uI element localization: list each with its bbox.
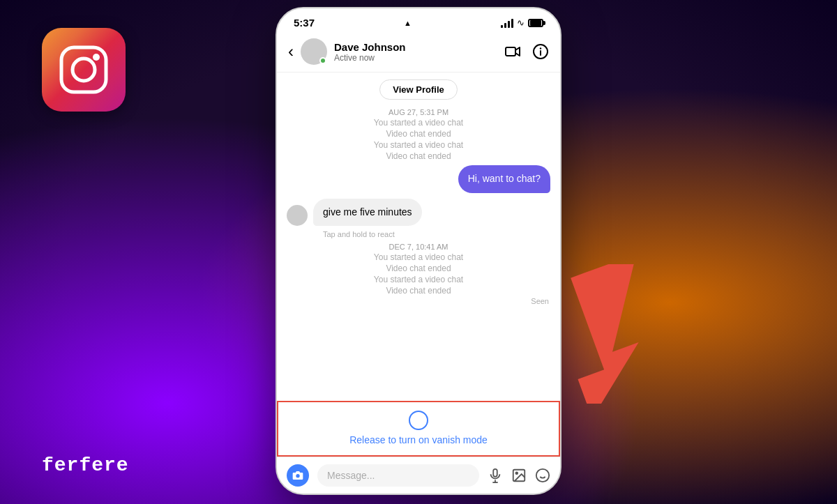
seen-status: Seen	[277, 297, 560, 305]
emoji-icon[interactable]	[535, 468, 550, 483]
instagram-logo	[42, 28, 126, 112]
status-time: 5:37	[294, 17, 315, 29]
bubble-sent-1: Hi, want to chat?	[458, 165, 550, 193]
video-call-icon[interactable]	[504, 43, 521, 60]
camera-button[interactable]	[287, 464, 309, 487]
contact-avatar	[301, 38, 327, 65]
message-input[interactable]: Message...	[317, 464, 479, 487]
red-arrow	[551, 264, 691, 406]
timestamp-aug27: AUG 27, 5:31 PM	[277, 108, 560, 116]
svg-point-2	[93, 54, 100, 61]
online-indicator	[319, 57, 326, 64]
contact-info: Dave Johnson Active now	[334, 41, 504, 63]
status-icons: ∿	[501, 17, 543, 28]
contact-status: Active now	[334, 53, 504, 63]
vanish-mode-text: Release to turn on vanish mode	[349, 434, 488, 445]
system-msg-7: You started a video chat	[277, 275, 560, 284]
chat-input-area: Message...	[277, 457, 560, 494]
system-msg-3: You started a video chat	[277, 140, 560, 150]
status-arrow: ▲	[404, 19, 412, 27]
contact-name: Dave Johnson	[334, 41, 504, 53]
gallery-icon[interactable]	[511, 468, 527, 483]
svg-point-6	[540, 47, 541, 49]
system-msg-6: Video chat ended	[277, 264, 560, 273]
timestamp-dec7: DEC 7, 10:41 AM	[277, 243, 560, 251]
tap-hold-hint: Tap and hold to react	[313, 230, 560, 238]
svg-point-13	[536, 469, 549, 482]
chat-body: View Profile AUG 27, 5:31 PM You started…	[277, 72, 560, 401]
view-profile-button[interactable]: View Profile	[379, 79, 457, 100]
svg-rect-3	[506, 47, 515, 56]
system-msg-5: You started a video chat	[277, 252, 560, 262]
svg-rect-8	[493, 469, 497, 477]
svg-marker-17	[551, 264, 684, 404]
message-sent-1: Hi, want to chat?	[277, 162, 560, 196]
svg-point-1	[73, 59, 95, 81]
vanish-mode-icon	[409, 411, 428, 430]
microphone-icon[interactable]	[488, 468, 503, 483]
bubble-received-1: give me five minutes	[313, 199, 422, 227]
system-msg-8: Video chat ended	[277, 286, 560, 296]
svg-point-7	[296, 474, 299, 478]
signal-bars-icon	[501, 18, 513, 28]
status-bar: 5:37 ▲ ∿	[277, 8, 560, 33]
battery-icon	[528, 19, 543, 27]
svg-rect-0	[61, 47, 106, 92]
system-msg-2: Video chat ended	[277, 129, 560, 139]
back-button[interactable]: ‹	[288, 42, 294, 61]
phone-mockup: 5:37 ▲ ∿ ‹ Dave Johns	[276, 7, 561, 495]
system-msg-1: You started a video chat	[277, 118, 560, 128]
chat-header: ‹ Dave Johnson Active now	[277, 33, 560, 72]
message-received-1: give me five minutes	[277, 196, 560, 229]
input-icons	[488, 468, 550, 483]
svg-point-12	[515, 472, 518, 474]
wifi-icon: ∿	[517, 17, 525, 28]
header-icons	[504, 43, 549, 60]
brand-label: ferfere	[42, 455, 129, 476]
received-avatar	[287, 205, 308, 226]
system-msg-4: Video chat ended	[277, 151, 560, 161]
info-icon[interactable]	[532, 43, 549, 60]
vanish-mode-bar[interactable]: Release to turn on vanish mode	[277, 401, 560, 457]
